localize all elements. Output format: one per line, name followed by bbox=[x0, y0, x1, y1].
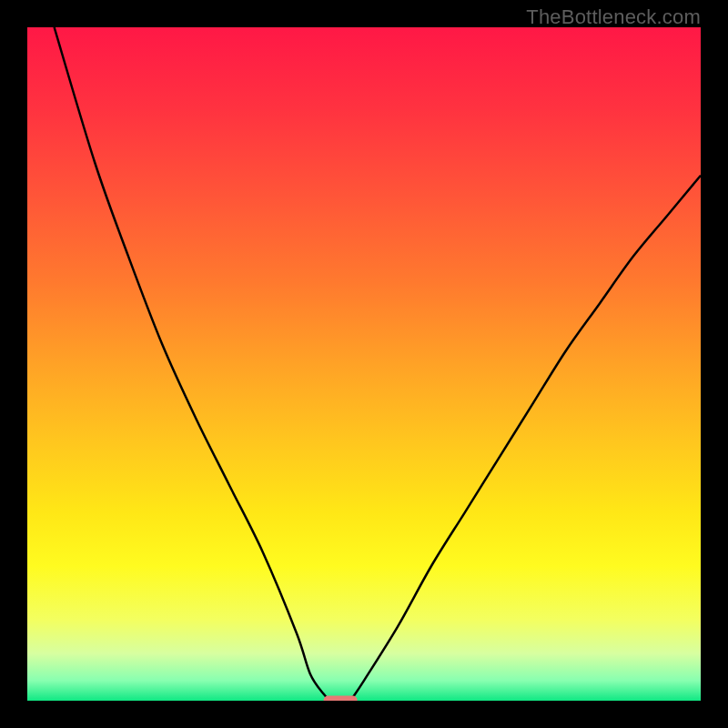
watermark-text: TheBottleneck.com bbox=[526, 5, 701, 29]
chart-frame: TheBottleneck.com bbox=[0, 0, 728, 728]
curve-right-branch bbox=[350, 176, 701, 701]
plot-area bbox=[27, 27, 701, 701]
curve-left-branch bbox=[55, 27, 330, 701]
bottleneck-curve bbox=[27, 27, 701, 701]
minimum-marker bbox=[324, 696, 358, 702]
